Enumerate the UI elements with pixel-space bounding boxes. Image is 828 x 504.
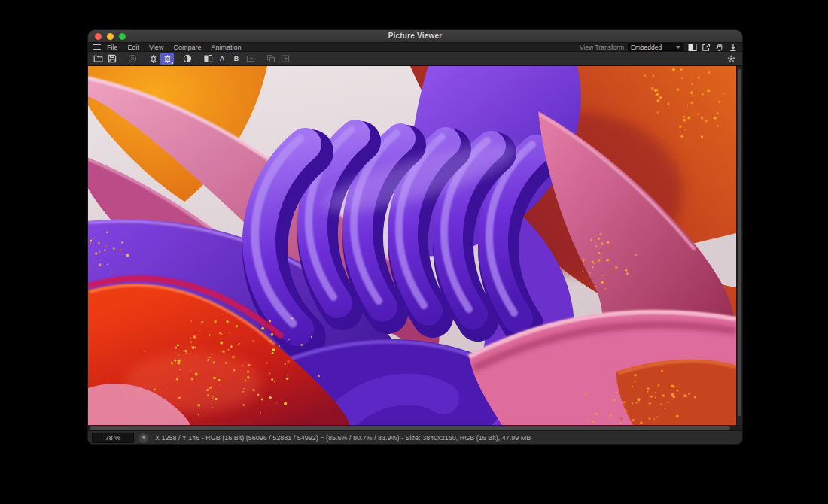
compare-a-button[interactable]: A bbox=[215, 53, 229, 65]
menu-view[interactable]: View bbox=[149, 44, 163, 51]
pixel-info-text: X 1258 / Y 146 - RGB (16 Bit) (56096 / 5… bbox=[155, 434, 531, 442]
popout-window-icon[interactable] bbox=[701, 43, 711, 52]
picture-viewer-window: Picture Viewer File Edit View Compare An… bbox=[88, 30, 742, 444]
view-transform-label: View Transform bbox=[580, 44, 624, 51]
view-transform-dropdown[interactable]: Embedded bbox=[628, 43, 683, 51]
vertical-scrollbar[interactable] bbox=[736, 66, 742, 425]
chevron-down-icon bbox=[676, 46, 680, 49]
status-bar: 78 % X 1258 / Y 146 - RGB (16 Bit) (5609… bbox=[88, 431, 742, 444]
team-render-button[interactable] bbox=[724, 53, 738, 65]
open-file-button[interactable] bbox=[91, 53, 105, 65]
zoom-level-value: 78 % bbox=[105, 434, 121, 442]
window-title: Picture Viewer bbox=[88, 32, 742, 40]
menu-bar: File Edit View Compare Animation View Tr… bbox=[88, 43, 742, 52]
filter-contrast-button[interactable] bbox=[181, 53, 194, 65]
download-icon[interactable] bbox=[728, 43, 738, 52]
copy-layers-button[interactable] bbox=[264, 53, 278, 65]
screen-background: Picture Viewer File Edit View Compare An… bbox=[0, 0, 828, 504]
rendered-image bbox=[88, 66, 736, 425]
zoom-dropdown-button[interactable] bbox=[139, 433, 148, 443]
menu-animation[interactable]: Animation bbox=[211, 44, 241, 51]
display-settings-button[interactable] bbox=[160, 53, 174, 65]
split-view-icon[interactable] bbox=[687, 43, 697, 52]
compare-ab-button[interactable] bbox=[201, 53, 215, 65]
save-image-button[interactable] bbox=[105, 53, 119, 65]
menu-compare[interactable]: Compare bbox=[173, 44, 201, 51]
compare-b-button[interactable]: B bbox=[230, 53, 243, 65]
horizontal-scrollbar-thumb[interactable] bbox=[90, 426, 730, 430]
render-settings-button[interactable] bbox=[146, 53, 160, 65]
image-viewport[interactable] bbox=[88, 66, 742, 425]
swap-ab-button[interactable] bbox=[244, 53, 257, 65]
stop-render-button[interactable] bbox=[126, 53, 139, 65]
menu-file[interactable]: File bbox=[107, 44, 118, 51]
toolbar: A B bbox=[88, 52, 742, 66]
horizontal-scrollbar[interactable] bbox=[88, 425, 742, 431]
export-button[interactable] bbox=[279, 53, 292, 65]
hamburger-menu-icon[interactable] bbox=[93, 44, 101, 50]
vertical-scrollbar-thumb[interactable] bbox=[738, 69, 741, 416]
menu-edit[interactable]: Edit bbox=[128, 44, 140, 51]
chevron-down-icon bbox=[142, 436, 146, 439]
title-bar: Picture Viewer bbox=[88, 30, 742, 43]
pan-hand-icon[interactable] bbox=[714, 43, 724, 52]
view-transform-value: Embedded bbox=[631, 44, 676, 51]
zoom-level-field[interactable]: 78 % bbox=[92, 433, 134, 443]
